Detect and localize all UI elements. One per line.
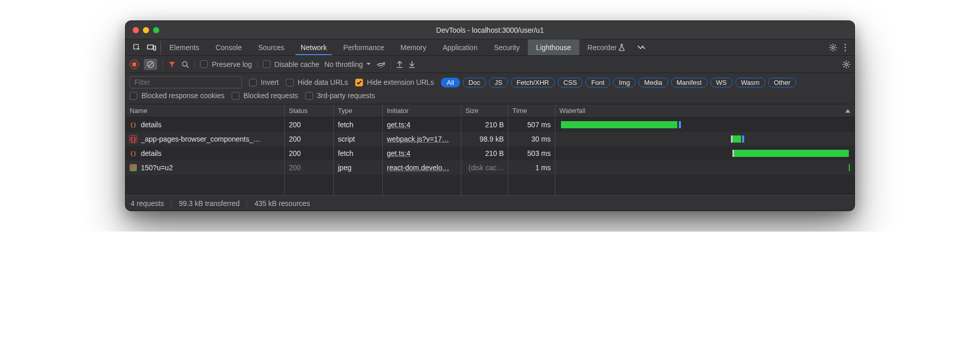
column-header-type[interactable]: Type xyxy=(334,104,383,117)
request-size: 210 B xyxy=(485,121,504,129)
column-header-status[interactable]: Status xyxy=(285,104,334,117)
table-row-empty xyxy=(126,175,854,195)
request-time: 30 ms xyxy=(531,135,551,143)
svg-point-4 xyxy=(845,43,846,45)
network-toolbar: Preserve log Disable cache No throttling xyxy=(126,56,854,73)
minimize-icon[interactable] xyxy=(143,27,149,33)
svg-rect-2 xyxy=(154,46,156,50)
filter-icon[interactable] xyxy=(168,60,176,68)
devtools-window: DevTools - localhost:3000/user/u1 Elemen… xyxy=(125,20,855,211)
pill-manifest[interactable]: Manifest xyxy=(671,78,707,87)
panel-tabbar: Elements Console Sources Network Perform… xyxy=(126,39,854,56)
clear-button[interactable] xyxy=(144,59,157,70)
initiator-link[interactable]: get.ts:4 xyxy=(387,121,410,129)
pill-wasm[interactable]: Wasm xyxy=(736,78,765,87)
pill-js[interactable]: JS xyxy=(489,78,508,87)
pill-media[interactable]: Media xyxy=(639,78,668,87)
tab-sources[interactable]: Sources xyxy=(250,39,292,55)
pill-ws[interactable]: WS xyxy=(710,78,732,87)
checkbox-icon[interactable] xyxy=(232,92,239,100)
divider xyxy=(194,60,195,69)
column-header-size[interactable]: Size xyxy=(461,104,508,117)
pill-doc[interactable]: Doc xyxy=(463,78,486,87)
tab-network[interactable]: Network xyxy=(292,39,335,55)
checkbox-icon[interactable] xyxy=(355,79,363,86)
hide-data-urls-option[interactable]: Hide data URLs xyxy=(286,78,348,86)
tab-security[interactable]: Security xyxy=(486,39,528,55)
record-button[interactable] xyxy=(130,60,139,69)
json-icon xyxy=(130,121,137,128)
preserve-log-option[interactable]: Preserve log xyxy=(200,60,252,68)
column-header-initiator[interactable]: Initiator xyxy=(383,104,461,117)
device-toolbar-icon[interactable] xyxy=(147,44,156,51)
column-header-waterfall[interactable]: Waterfall xyxy=(555,104,854,117)
request-name: details xyxy=(141,121,161,129)
checkbox-icon[interactable] xyxy=(305,92,313,100)
pill-all[interactable]: All xyxy=(441,78,459,87)
initiator-link[interactable]: webpack.js?v=17… xyxy=(387,135,449,143)
settings-icon[interactable] xyxy=(829,43,837,52)
disable-cache-option[interactable]: Disable cache xyxy=(263,60,320,68)
column-header-time[interactable]: Time xyxy=(508,104,555,117)
checkbox-icon[interactable] xyxy=(263,60,271,68)
tab-lighthouse[interactable]: Lighthouse xyxy=(528,39,579,55)
pill-font[interactable]: Font xyxy=(585,78,610,87)
waterfall-bar xyxy=(559,118,850,132)
initiator-link[interactable]: react-dom.develo… xyxy=(387,164,449,172)
request-type: fetch xyxy=(338,149,353,157)
statusbar: 4 requests 99.3 kB transferred 435 kB re… xyxy=(126,195,854,211)
table-row[interactable]: _app-pages-browser_components_…200script… xyxy=(126,132,854,146)
import-har-icon[interactable] xyxy=(408,60,415,68)
third-party-option[interactable]: 3rd-party requests xyxy=(305,91,375,100)
throttling-select[interactable]: No throttling xyxy=(325,60,371,68)
tab-application[interactable]: Application xyxy=(434,39,486,55)
status-requests: 4 requests xyxy=(131,199,164,208)
divider xyxy=(162,60,163,69)
status-code: 200 xyxy=(289,164,301,172)
zoom-icon[interactable] xyxy=(153,27,159,33)
more-tabs-icon[interactable] xyxy=(637,44,646,51)
invert-option[interactable]: Invert xyxy=(249,78,279,86)
svg-point-5 xyxy=(845,47,846,48)
table-row[interactable]: 150?u=u2200jpegreact-dom.develo…(disk ca… xyxy=(126,160,854,175)
checkbox-icon[interactable] xyxy=(249,79,257,86)
request-size: (disk cac… xyxy=(469,164,504,172)
network-conditions-icon[interactable] xyxy=(376,61,385,68)
table-row[interactable]: details200fetchget.ts:4210 B507 ms xyxy=(126,118,854,132)
hide-extension-urls-option[interactable]: Hide extension URLs xyxy=(355,78,434,86)
pill-img[interactable]: Img xyxy=(613,78,635,87)
column-header-name[interactable]: Name xyxy=(126,104,285,117)
search-icon[interactable] xyxy=(181,60,189,68)
checkbox-icon[interactable] xyxy=(286,79,293,86)
network-settings-icon[interactable] xyxy=(842,60,850,68)
close-icon[interactable] xyxy=(133,27,139,33)
kebab-icon[interactable] xyxy=(844,43,846,52)
blocked-requests-option[interactable]: Blocked requests xyxy=(232,91,298,100)
request-time: 503 ms xyxy=(527,149,551,157)
divider xyxy=(247,199,247,208)
tab-console[interactable]: Console xyxy=(207,39,250,55)
status-code: 200 xyxy=(289,135,301,143)
request-type: script xyxy=(338,135,355,143)
tab-recorder[interactable]: Recorder xyxy=(579,39,633,55)
request-type: jpeg xyxy=(338,164,351,172)
sort-asc-icon xyxy=(845,109,850,112)
svg-point-6 xyxy=(845,50,846,51)
table-row[interactable]: details200fetchget.ts:4210 B503 ms xyxy=(126,146,854,160)
inspect-icon[interactable] xyxy=(133,43,141,52)
pill-fetch-xhr[interactable]: Fetch/XHR xyxy=(511,78,555,87)
tab-memory[interactable]: Memory xyxy=(393,39,435,55)
pill-css[interactable]: CSS xyxy=(558,78,583,87)
pill-other[interactable]: Other xyxy=(768,78,796,87)
svg-point-10 xyxy=(845,63,847,65)
svg-rect-0 xyxy=(134,44,138,49)
initiator-link[interactable]: get.ts:4 xyxy=(387,149,410,157)
tab-elements[interactable]: Elements xyxy=(161,39,207,55)
checkbox-icon[interactable] xyxy=(200,60,208,68)
filter-input[interactable] xyxy=(130,76,242,88)
export-har-icon[interactable] xyxy=(396,60,403,68)
tab-performance[interactable]: Performance xyxy=(335,39,392,55)
request-size: 98.9 kB xyxy=(480,135,504,143)
blocked-cookies-option[interactable]: Blocked response cookies xyxy=(130,91,225,100)
checkbox-icon[interactable] xyxy=(130,92,137,100)
